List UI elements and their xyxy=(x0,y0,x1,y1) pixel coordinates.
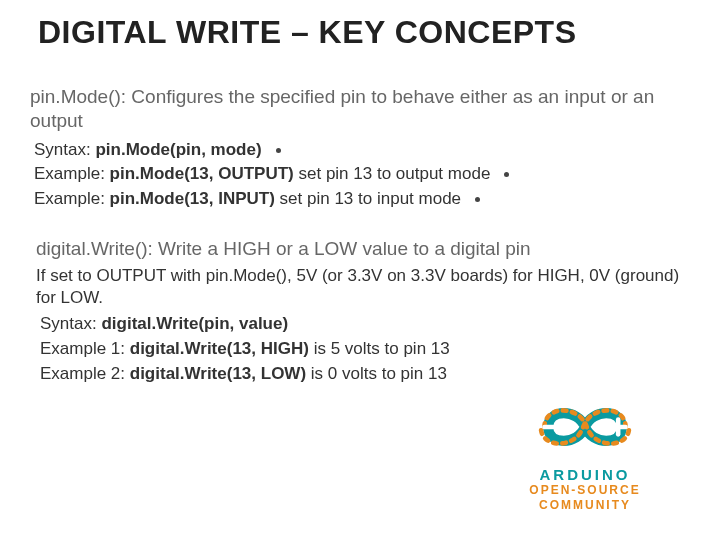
syntax-value: digital.Write(pin, value) xyxy=(101,314,288,333)
infinity-icon xyxy=(480,392,690,462)
digitalwrite-section: digital.Write(): Write a HIGH or a LOW v… xyxy=(30,237,690,386)
digitalwrite-syntax: Syntax: digital.Write(pin, value) xyxy=(40,313,690,336)
syntax-label: Syntax: xyxy=(40,314,101,333)
example-label: Example 2: xyxy=(40,364,130,383)
example-code: pin.Mode(13, INPUT) xyxy=(110,189,275,208)
example-code: pin.Mode(13, OUTPUT) xyxy=(110,164,294,183)
syntax-value: pin.Mode(pin, mode) xyxy=(95,140,261,159)
example-label: Example: xyxy=(34,189,110,208)
example-code: digital.Write(13, LOW) xyxy=(130,364,306,383)
example-rest: is 0 volts to pin 13 xyxy=(306,364,447,383)
syntax-label: Syntax: xyxy=(34,140,95,159)
logo-text-line2a: OPEN-SOURCE xyxy=(480,483,690,499)
example-rest: set pin 13 to input mode xyxy=(275,189,461,208)
bullet-icon xyxy=(276,148,281,153)
logo-text-line1: ARDUINO xyxy=(480,466,690,483)
pinmode-description: pin.Mode(): Configures the specified pin… xyxy=(30,85,690,133)
arduino-logo: ARDUINO OPEN-SOURCE COMMUNITY xyxy=(480,392,690,514)
pinmode-example-2: Example: pin.Mode(13, INPUT) set pin 13 … xyxy=(34,188,690,211)
example-label: Example: xyxy=(34,164,110,183)
example-label: Example 1: xyxy=(40,339,130,358)
example-rest: set pin 13 to output mode xyxy=(294,164,491,183)
bullet-icon xyxy=(475,197,480,202)
slide-title: DIGITAL WRITE – KEY CONCEPTS xyxy=(38,14,690,51)
digitalwrite-example-2: Example 2: digital.Write(13, LOW) is 0 v… xyxy=(40,363,690,386)
pinmode-example-1: Example: pin.Mode(13, OUTPUT) set pin 13… xyxy=(34,163,690,186)
logo-text-line2b: COMMUNITY xyxy=(480,498,690,514)
bullet-icon xyxy=(504,172,509,177)
pinmode-syntax: Syntax: pin.Mode(pin, mode) xyxy=(34,139,690,162)
example-rest: is 5 volts to pin 13 xyxy=(309,339,450,358)
digitalwrite-example-1: Example 1: digital.Write(13, HIGH) is 5 … xyxy=(40,338,690,361)
pinmode-section: pin.Mode(): Configures the specified pin… xyxy=(30,85,690,211)
digitalwrite-description: digital.Write(): Write a HIGH or a LOW v… xyxy=(36,237,690,261)
example-code: digital.Write(13, HIGH) xyxy=(130,339,309,358)
digitalwrite-sub: If set to OUTPUT with pin.Mode(), 5V (or… xyxy=(36,265,690,309)
